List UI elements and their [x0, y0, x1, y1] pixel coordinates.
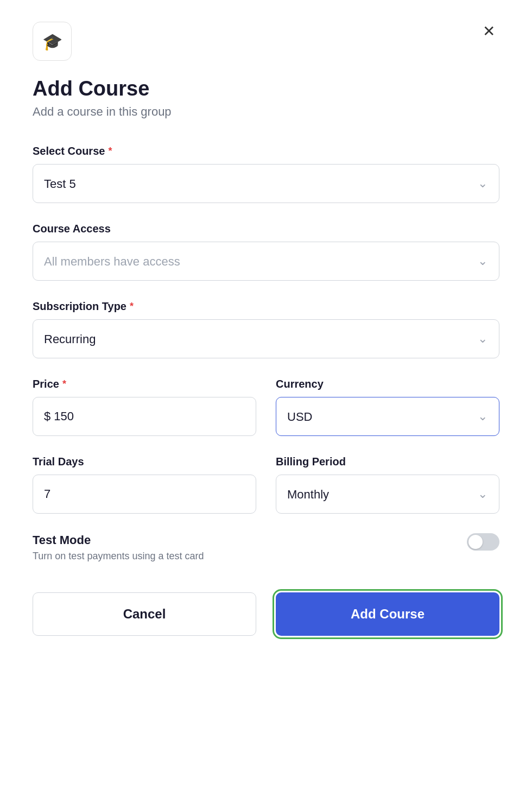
billing-period-wrapper: Monthly Yearly Weekly ⌄ [276, 475, 499, 514]
test-mode-toggle[interactable] [467, 533, 499, 551]
price-currency-row: Price * Currency USD EUR GBP ⌄ [33, 378, 499, 436]
test-mode-label: Test Mode [33, 533, 204, 547]
currency-wrapper: USD EUR GBP ⌄ [276, 397, 499, 436]
billing-period-dropdown[interactable]: Monthly Yearly Weekly [276, 475, 499, 514]
modal-header: 🎓 ✕ [33, 22, 499, 61]
trial-days-input[interactable] [33, 475, 256, 514]
course-access-section: Course Access All members have access Sp… [33, 223, 499, 281]
modal-subtitle: Add a course in this group [33, 105, 499, 119]
required-indicator: * [108, 146, 112, 157]
trial-days-label: Trial Days [33, 456, 256, 468]
subscription-type-wrapper: Recurring One-time Free ⌄ [33, 319, 499, 358]
logo-box: 🎓 [33, 22, 72, 61]
trial-billing-row: Trial Days Billing Period Monthly Yearly… [33, 456, 499, 514]
cancel-button[interactable]: Cancel [33, 592, 256, 636]
close-button[interactable]: ✕ [478, 22, 499, 41]
billing-period-section: Billing Period Monthly Yearly Weekly ⌄ [276, 456, 499, 514]
course-access-dropdown[interactable]: All members have access Specific members [33, 242, 499, 281]
trial-days-section: Trial Days [33, 456, 256, 514]
select-course-dropdown[interactable]: Test 5 Test 1 Test 2 Test 3 [33, 164, 499, 203]
billing-period-label: Billing Period [276, 456, 499, 468]
test-mode-description: Turn on test payments using a test card [33, 551, 204, 562]
test-mode-section: Test Mode Turn on test payments using a … [33, 533, 499, 566]
graduation-cap-icon: 🎓 [42, 32, 62, 51]
course-access-wrapper: All members have access Specific members… [33, 242, 499, 281]
subscription-type-label: Subscription Type * [33, 300, 499, 313]
modal-title: Add Course [33, 77, 499, 100]
subscription-type-dropdown[interactable]: Recurring One-time Free [33, 319, 499, 358]
required-indicator: * [130, 301, 134, 312]
test-mode-toggle-wrapper [467, 533, 499, 551]
currency-dropdown[interactable]: USD EUR GBP [276, 397, 499, 436]
currency-label: Currency [276, 378, 499, 390]
subscription-type-section: Subscription Type * Recurring One-time F… [33, 300, 499, 358]
price-label: Price * [33, 378, 256, 390]
test-mode-text: Test Mode Turn on test payments using a … [33, 533, 204, 562]
select-course-label: Select Course * [33, 145, 499, 157]
select-course-wrapper: Test 5 Test 1 Test 2 Test 3 ⌄ [33, 164, 499, 203]
price-input[interactable] [33, 397, 256, 436]
price-section: Price * [33, 378, 256, 436]
select-course-section: Select Course * Test 5 Test 1 Test 2 Tes… [33, 145, 499, 203]
toggle-knob [468, 535, 483, 549]
footer-buttons: Cancel Add Course [33, 592, 499, 636]
currency-section: Currency USD EUR GBP ⌄ [276, 378, 499, 436]
course-access-label: Course Access [33, 223, 499, 235]
required-indicator: * [62, 378, 66, 390]
add-course-button[interactable]: Add Course [276, 592, 499, 636]
modal: 🎓 ✕ Add Course Add a course in this grou… [0, 0, 532, 796]
